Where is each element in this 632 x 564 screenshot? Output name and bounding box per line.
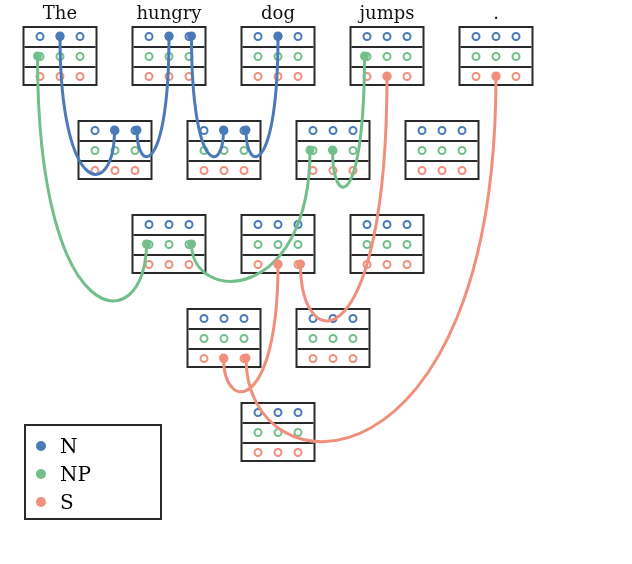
legend-item: NP: [36, 460, 150, 488]
edge-endpoint-icon: [242, 126, 251, 135]
edge-endpoint-icon: [187, 240, 196, 249]
edge: [192, 36, 224, 157]
edge-endpoint-icon: [56, 32, 65, 41]
edge: [246, 76, 496, 442]
edge: [333, 56, 365, 187]
edge-endpoint-icon: [110, 126, 119, 135]
edge-endpoint-icon: [274, 32, 283, 41]
legend-label: N: [60, 434, 78, 458]
n-swatch-icon: [36, 441, 46, 451]
np-swatch-icon: [36, 469, 46, 479]
edge-endpoint-icon: [165, 32, 174, 41]
edge-endpoint-icon: [306, 146, 315, 155]
edge-endpoint-icon: [328, 146, 337, 155]
s-swatch-icon: [36, 497, 46, 507]
edge: [137, 36, 169, 157]
edge-endpoint-icon: [242, 354, 251, 363]
legend-label: NP: [60, 462, 91, 486]
edge-endpoint-icon: [492, 72, 501, 81]
diagram-stage: Thehungrydogjumps.NNPS: [0, 0, 632, 564]
edge-endpoint-icon: [187, 32, 196, 41]
edge-endpoint-icon: [219, 126, 228, 135]
edge: [301, 76, 388, 321]
edge-endpoint-icon: [133, 126, 142, 135]
edge-endpoint-icon: [33, 52, 42, 61]
legend: NNPS: [24, 424, 162, 520]
edge-endpoint-icon: [142, 240, 151, 249]
edge: [224, 264, 279, 392]
edge-endpoint-icon: [296, 260, 305, 269]
edge: [38, 56, 147, 301]
edge-endpoint-icon: [219, 354, 228, 363]
legend-label: S: [60, 490, 74, 514]
edge-endpoint-icon: [274, 260, 283, 269]
edge: [246, 36, 278, 157]
edge: [192, 150, 311, 281]
legend-item: S: [36, 488, 150, 516]
edge-endpoint-icon: [360, 52, 369, 61]
legend-item: N: [36, 432, 150, 460]
edge-endpoint-icon: [383, 72, 392, 81]
edge: [60, 36, 115, 174]
